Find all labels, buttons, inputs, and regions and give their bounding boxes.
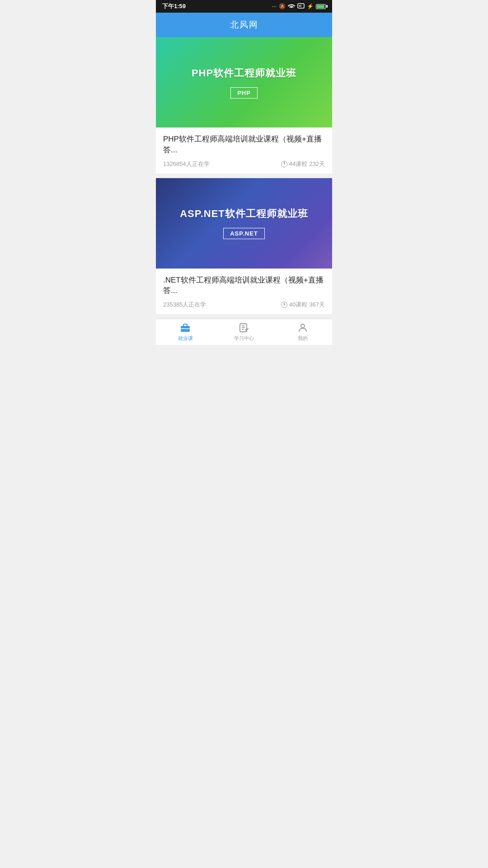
notes-icon [239,322,249,333]
aspnet-banner-title: ASP.NET软件工程师就业班 [180,207,308,221]
php-days: 232天 [309,160,325,168]
php-banner: PHP软件工程师就业班 PHP [156,37,332,127]
php-course-name: PHP软件工程师高端培训就业课程（视频+直播答... [163,134,325,156]
svg-point-9 [301,324,305,328]
php-course-info: PHP软件工程师高端培训就业课程（视频+直播答... 1326854人正在学 4… [156,127,332,174]
aspnet-duration: 40课程 367天 [281,301,325,309]
status-time: 下午1:59 [162,2,186,10]
course-card-php[interactable]: PHP软件工程师就业班 PHP PHP软件工程师高端培训就业课程（视频+直播答.… [156,37,332,174]
aspnet-banner: ASP.NET软件工程师就业班 ASP.NET [156,178,332,269]
tab-jobs[interactable]: 就业课 [156,319,215,345]
aspnet-course-info: .NET软件工程师高端培训就业课程（视频+直播答... 235385人正在学 4… [156,269,332,315]
bolt-icon: ⚡ [307,3,314,9]
battery-icon [316,4,326,9]
status-bar: 下午1:59 ··· 🔕 ⚡ [156,0,332,13]
tab-jobs-label: 就业课 [178,335,193,342]
php-duration: 44课程 232天 [281,160,325,168]
unknown-icon [297,3,305,10]
tab-bar: 就业课 学习中心 我的 [156,319,332,345]
signal-icon: ··· [272,3,277,9]
person-icon [297,322,308,333]
briefcase-icon [180,322,191,333]
tab-mine-label: 我的 [298,335,308,342]
php-tag: PHP [230,87,258,99]
php-banner-title: PHP软件工程师就业班 [192,66,296,80]
php-lessons: 44课程 [289,160,307,168]
aspnet-lessons: 40课程 [289,301,307,309]
header-title: 北风网 [230,20,258,29]
app-header: 北风网 [156,13,332,37]
mute-icon: 🔕 [279,3,286,9]
status-icons: ··· 🔕 ⚡ [272,3,326,10]
aspnet-course-meta: 235385人正在学 40课程 367天 [163,301,325,309]
clock-icon [281,161,287,167]
wifi-icon [288,3,295,10]
aspnet-course-name: .NET软件工程师高端培训就业课程（视频+直播答... [163,275,325,297]
clock-icon-2 [281,302,287,308]
tab-mine[interactable]: 我的 [273,319,332,345]
aspnet-days: 367天 [309,301,325,309]
tab-study-label: 学习中心 [234,335,254,342]
php-course-meta: 1326854人正在学 44课程 232天 [163,160,325,168]
course-card-aspnet[interactable]: ASP.NET软件工程师就业班 ASP.NET .NET软件工程师高端培训就业课… [156,178,332,315]
aspnet-tag: ASP.NET [223,228,265,239]
tab-study[interactable]: 学习中心 [215,319,273,345]
course-list: PHP软件工程师就业班 PHP PHP软件工程师高端培训就业课程（视频+直播答.… [156,37,332,319]
php-students: 1326854人正在学 [163,160,210,168]
aspnet-students: 235385人正在学 [163,301,206,309]
